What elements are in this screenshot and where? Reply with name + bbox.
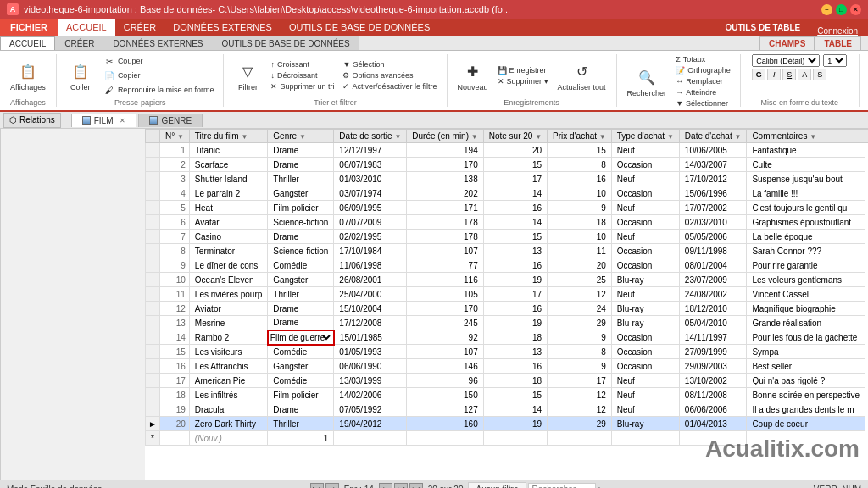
column-header-durée--en-min-[interactable]: Durée (en min) ▼: [407, 130, 483, 143]
row-duree[interactable]: 116: [407, 273, 483, 287]
menu-item-fichier[interactable]: FICHIER: [0, 19, 58, 36]
row-duree[interactable]: 202: [407, 186, 483, 201]
table-row[interactable]: 1TitanicDrame12/12/19971942015Neuf10/06/…: [146, 143, 869, 158]
first-record-button[interactable]: |◄: [310, 483, 324, 489]
row-date-achat[interactable]: 14/03/2007: [679, 158, 747, 172]
row-commentaire[interactable]: Grande réalisation: [747, 316, 865, 330]
row-date-sortie[interactable]: 03/07/1974: [334, 186, 407, 201]
row-duree[interactable]: 194: [407, 143, 483, 158]
table-row[interactable]: 8TerminatorScience-fiction17/10/19841071…: [146, 244, 869, 258]
selection-button[interactable]: ▼Sélection: [340, 59, 439, 69]
row-commentaire[interactable]: Sympa: [747, 345, 865, 359]
column-header-date-de-sortie[interactable]: Date de sortie ▼: [334, 130, 407, 143]
reproduire-button[interactable]: 🖌Reproduire la mise en forme: [101, 83, 217, 97]
scroll-right-icon[interactable]: ►: [598, 485, 606, 488]
object-tab-film[interactable]: FILM✕: [71, 114, 137, 127]
row-genre[interactable]: Drame: [268, 402, 334, 417]
table-row[interactable]: 10Ocean's ElevenGangster26/08/2001116192…: [146, 273, 869, 287]
row-note[interactable]: 15: [483, 230, 547, 244]
row-prix[interactable]: 29: [548, 316, 612, 330]
row-type-achat[interactable]: Neuf: [611, 402, 679, 417]
remplacer-button[interactable]: ↔Remplacer: [673, 76, 733, 86]
row-date-achat[interactable]: 13/10/2002: [679, 374, 747, 388]
table-row[interactable]: 18Les infiltrésFilm policier14/02/200615…: [146, 388, 869, 402]
coller-button[interactable]: 📋 Coller: [64, 58, 97, 93]
row-note[interactable]: 18: [483, 374, 547, 388]
row-note[interactable]: 14: [483, 186, 547, 201]
row-date-achat[interactable]: 09/11/1998: [679, 244, 747, 258]
row-type-achat[interactable]: Neuf: [611, 143, 679, 158]
row-type-achat[interactable]: Blu-ray: [611, 316, 679, 330]
croissant-button[interactable]: ↑Croissant: [268, 59, 337, 69]
row-titre[interactable]: Ocean's Eleven: [189, 273, 267, 287]
row-commentaire[interactable]: La belle époque: [747, 230, 865, 244]
row-titre[interactable]: Le parrain 2: [189, 186, 267, 201]
table-row[interactable]: 2ScarfaceDrame06/07/1983170158Occasion14…: [146, 158, 869, 172]
row-duree[interactable]: 170: [407, 302, 483, 316]
row-date-achat[interactable]: 05/04/2010: [679, 316, 747, 330]
relations-button[interactable]: ⬡ Relations: [3, 113, 61, 128]
tools-tab-champs[interactable]: CHAMPS: [760, 36, 815, 50]
italic-button[interactable]: I: [767, 69, 781, 80]
rechercher-button[interactable]: 🔍 Rechercher: [624, 64, 670, 99]
row-prix[interactable]: 12: [548, 388, 612, 402]
row-commentaire[interactable]: Graphismes époustouflant: [747, 215, 865, 230]
row-genre[interactable]: Comédie: [268, 345, 334, 359]
row-note[interactable]: 16: [483, 258, 547, 273]
row-date-sortie[interactable]: 06/06/1990: [334, 359, 407, 374]
row-note[interactable]: 16: [483, 201, 547, 215]
row-duree[interactable]: 160: [407, 417, 483, 431]
row-note[interactable]: 19: [483, 417, 547, 431]
row-note[interactable]: 17: [483, 287, 547, 302]
row-commentaire[interactable]: Pour rire garantie: [747, 258, 865, 273]
row-genre[interactable]: Comédie: [268, 374, 334, 388]
row-type-achat[interactable]: Occasion: [611, 330, 679, 345]
row-duree[interactable]: 92: [407, 330, 483, 345]
actualiser-button[interactable]: ↺ Actualiser tout: [554, 58, 609, 93]
row-duree[interactable]: 171: [407, 201, 483, 215]
affichage-button[interactable]: 📋 Affichages: [7, 58, 49, 93]
row-date-achat[interactable]: 01/04/2013: [679, 417, 747, 431]
row-duree[interactable]: 245: [407, 316, 483, 330]
row-genre[interactable]: Film policier: [268, 388, 334, 402]
row-prix[interactable]: 9: [548, 201, 612, 215]
column-header-type-d'achat[interactable]: Type d'achat ▼: [611, 130, 679, 143]
row-commentaire[interactable]: C'est toujours le gentil qu: [747, 201, 865, 215]
totaux-button[interactable]: ΣTotaux: [673, 54, 733, 64]
row-duree[interactable]: 170: [407, 158, 483, 172]
row-note[interactable]: 17: [483, 172, 547, 186]
row-type-achat[interactable]: Neuf: [611, 374, 679, 388]
couper-button[interactable]: ✂Couper: [101, 54, 217, 68]
row-commentaire[interactable]: Fantastique: [747, 143, 865, 158]
row-note[interactable]: 13: [483, 345, 547, 359]
row-date-achat[interactable]: 24/08/2002: [679, 287, 747, 302]
row-titre[interactable]: Avatar: [189, 215, 267, 230]
row-titre[interactable]: Les visiteurs: [189, 345, 267, 359]
object-tab-genre[interactable]: GENRE: [138, 114, 203, 127]
row-prix[interactable]: 9: [548, 359, 612, 374]
row-date-achat[interactable]: 18/12/2010: [679, 302, 747, 316]
row-note[interactable]: 19: [483, 273, 547, 287]
row-genre[interactable]: Film de guerre ▼: [268, 330, 334, 345]
row-type-achat[interactable]: Occasion: [611, 258, 679, 273]
table-row[interactable]: 5HeatFilm policier06/09/1995171169Neuf17…: [146, 201, 869, 215]
row-type-achat[interactable]: Occasion: [611, 244, 679, 258]
nav-item-film[interactable]: ▤ FILM: [0, 214, 1, 227]
selectionner-button[interactable]: ▼Sélectionner: [673, 98, 733, 108]
ribbon-tab-accueil[interactable]: ACCUEIL: [0, 36, 55, 50]
column-header-titre-du-film[interactable]: Titre du film ▼: [189, 130, 267, 143]
row-type-achat[interactable]: Neuf: [611, 287, 679, 302]
row-genre[interactable]: Thriller: [268, 417, 334, 431]
row-note[interactable]: 15: [483, 158, 547, 172]
ribbon-tab-outils-de-base-de-données[interactable]: OUTILS DE BASE DE DONNÉES: [213, 36, 359, 50]
row-duree[interactable]: 178: [407, 215, 483, 230]
row-type-achat[interactable]: Neuf: [611, 172, 679, 186]
row-date-achat[interactable]: 14/11/1997: [679, 330, 747, 345]
row-genre[interactable]: Film policier: [268, 201, 334, 215]
menu-item-données-externes[interactable]: DONNÉES EXTERNES: [164, 19, 281, 36]
row-prix[interactable]: 10: [548, 230, 612, 244]
row-duree[interactable]: 150: [407, 388, 483, 402]
row-date-sortie[interactable]: 01/03/2010: [334, 172, 407, 186]
table-row[interactable]: 12AviatorDrame15/10/20041701624Blu-ray18…: [146, 302, 869, 316]
table-row[interactable]: 15Les visiteursComédie01/05/1993107138Oc…: [146, 345, 869, 359]
